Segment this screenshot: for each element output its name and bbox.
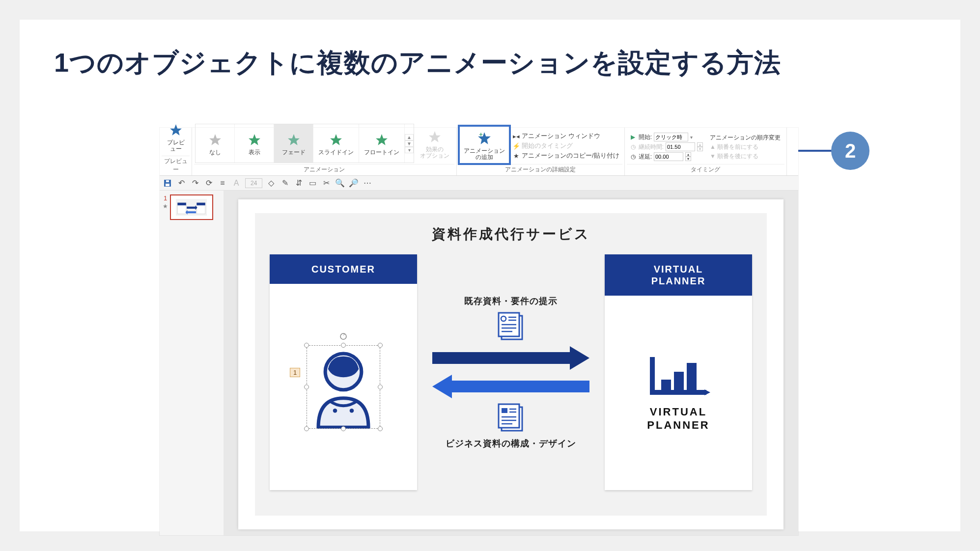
selected-person-shape[interactable]: 1 <box>307 345 380 429</box>
delay-label: 遅延: <box>639 153 652 161</box>
customer-panel: CUSTOMER 1 <box>270 254 417 490</box>
svg-rect-35 <box>502 408 507 413</box>
ribbon-group-advanced: + アニメーション の追加 ▸◂ アニメーション ウィンドウ ⚡ 開始のタイミン… <box>457 128 625 175</box>
move-earlier-button[interactable]: ▲ 順番を前にする <box>710 143 781 151</box>
ribbon-group-animation: なし 表示 フェード スライドイン <box>192 128 457 175</box>
shapes-icon[interactable]: ◇ <box>266 178 276 188</box>
font-size-input[interactable]: 24 <box>245 178 262 188</box>
resize-handle[interactable] <box>341 343 346 348</box>
gallery-scroll[interactable]: ▲▼▾ <box>405 134 414 153</box>
virtual-planner-logo: VIRTUAL PLANNER <box>646 354 710 432</box>
delay-spinner[interactable]: ▴▾ <box>685 152 691 161</box>
document-icon <box>498 403 524 433</box>
svg-marker-31 <box>432 346 589 370</box>
callout-badge-2: 2 <box>831 132 869 170</box>
svg-marker-6 <box>429 131 441 142</box>
animation-order-tag[interactable]: 1 <box>290 368 300 377</box>
eyedropper-icon[interactable]: ✎ <box>280 178 290 188</box>
svg-marker-4 <box>330 134 342 145</box>
ribbon-group-label: アニメーション <box>194 164 454 175</box>
start-label: 開始: <box>639 133 652 141</box>
svg-rect-14 <box>178 203 186 205</box>
duration-label: 継続時間: <box>639 143 664 151</box>
ribbon-group-label: プレビュー <box>162 156 190 175</box>
customer-panel-header: CUSTOMER <box>270 254 417 284</box>
add-animation-button[interactable]: + アニメーション の追加 <box>459 126 510 164</box>
selection-box <box>307 345 380 429</box>
preview-button[interactable]: プレビュー <box>162 117 190 156</box>
resize-handle[interactable] <box>304 343 309 348</box>
slide-canvas-area: 資料作成代行サービス CUSTOMER 1 <box>224 191 798 535</box>
anim-none[interactable]: なし <box>196 124 235 163</box>
document-icon <box>498 312 524 341</box>
resize-handle[interactable] <box>378 426 383 431</box>
more-icon[interactable]: ⋯ <box>363 178 372 188</box>
font-icon[interactable]: A <box>231 178 241 188</box>
list-icon[interactable]: ≡ <box>218 178 227 188</box>
svg-marker-3 <box>288 134 300 145</box>
duration-spinner[interactable]: ▴▾ <box>697 142 703 151</box>
resize-handle[interactable] <box>341 426 346 431</box>
trigger-button[interactable]: ⚡ 開始のタイミング <box>513 141 619 150</box>
top-arrow-label: 既存資料・要件の提示 <box>464 295 558 307</box>
painter-star-icon: ★ <box>513 152 520 159</box>
clock-icon: ◷ <box>630 143 637 150</box>
duration-input[interactable] <box>666 142 695 151</box>
svg-marker-41 <box>704 389 710 395</box>
svg-marker-2 <box>249 134 260 145</box>
virtual-planner-panel: VIRTUAL PLANNER <box>605 254 752 490</box>
animation-pane-toggle[interactable]: ▸◂ アニメーション ウィンドウ <box>513 132 619 140</box>
resize-handle[interactable] <box>378 343 383 348</box>
play-icon: ▶ <box>630 134 637 140</box>
add-animation-star-icon: + <box>477 131 492 146</box>
svg-marker-5 <box>376 134 388 145</box>
pane-icon: ▸◂ <box>513 133 520 139</box>
anim-appear[interactable]: 表示 <box>235 124 274 163</box>
move-later-button[interactable]: ▼ 順番を後にする <box>710 152 781 161</box>
resize-handle[interactable] <box>378 385 383 389</box>
slide-thumbnail-1[interactable] <box>170 194 213 220</box>
trigger-icon: ⚡ <box>513 142 520 149</box>
start-select[interactable] <box>654 133 688 141</box>
animation-gallery[interactable]: なし 表示 フェード スライドイン <box>195 124 414 163</box>
repeat-icon[interactable]: ⟳ <box>204 178 214 188</box>
powerpoint-window: プレビュー プレビュー なし 表示 <box>160 128 798 535</box>
arrow-right <box>432 346 589 370</box>
zoom-out-icon[interactable]: 🔎 <box>349 178 359 188</box>
anim-slidein[interactable]: スライドイン <box>313 124 359 163</box>
workspace: 1 ★ <box>160 191 798 535</box>
preview-star-icon <box>168 123 183 138</box>
page-title: 1つのオブジェクトに複数のアニメーションを設定する方法 <box>54 45 781 81</box>
svg-marker-32 <box>432 375 589 398</box>
thumb-number: 1 <box>164 194 167 202</box>
undo-icon[interactable]: ↶ <box>176 178 186 188</box>
slide[interactable]: 資料作成代行サービス CUSTOMER 1 <box>238 199 784 529</box>
delay-input[interactable] <box>654 152 683 161</box>
virtual-planner-panel-header: VIRTUAL PLANNER <box>605 254 752 296</box>
save-icon[interactable] <box>163 178 172 188</box>
resize-handle[interactable] <box>304 385 309 389</box>
ribbon-group-preview: プレビュー プレビュー <box>160 128 192 175</box>
crop-icon[interactable]: ✂ <box>321 178 331 188</box>
effect-options-button[interactable]: 効果の オプション <box>415 124 454 163</box>
slide-title: 資料作成代行サービス <box>270 225 752 244</box>
svg-rect-43 <box>674 372 684 391</box>
group-icon[interactable]: ▭ <box>308 178 317 188</box>
redo-icon[interactable]: ↷ <box>190 178 200 188</box>
reorder-label: アニメーションの順序変更 <box>710 134 781 142</box>
zoom-in-icon[interactable]: 🔍 <box>335 178 345 188</box>
anim-floatin[interactable]: フロートイン <box>359 124 405 163</box>
anim-fade[interactable]: フェード <box>274 124 313 163</box>
svg-text:+: + <box>479 131 483 138</box>
align-icon[interactable]: ⇵ <box>294 178 304 188</box>
slide-thumbnails-panel: 1 ★ <box>160 191 224 535</box>
clock-icon: ◷ <box>630 153 637 160</box>
resize-handle[interactable] <box>304 426 309 431</box>
ribbon: プレビュー プレビュー なし 表示 <box>160 128 798 176</box>
thumb-anim-star-icon: ★ <box>163 203 168 210</box>
arrow-left <box>432 375 589 398</box>
rotate-handle-icon[interactable] <box>339 332 347 340</box>
bottom-arrow-label: ビジネス資料の構成・デザイン <box>446 438 576 449</box>
quick-access-toolbar: ↶ ↷ ⟳ ≡ A 24 ◇ ✎ ⇵ ▭ ✂ 🔍 🔎 ⋯ <box>160 176 798 191</box>
animation-painter-button[interactable]: ★ アニメーションのコピー/貼り付け <box>513 151 619 160</box>
